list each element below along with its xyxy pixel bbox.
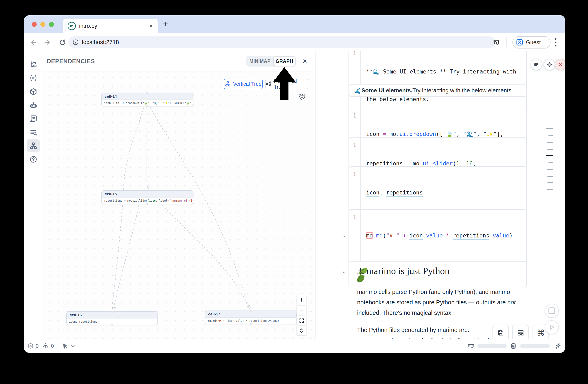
errors-count: 0: [36, 343, 39, 349]
warnings-count: 0: [51, 343, 54, 349]
graph-node-cell-16[interactable]: cell-16 icon, repetitions: [66, 311, 158, 325]
helper-sidebar: [24, 51, 42, 339]
shutdown-button[interactable]: ×: [555, 59, 565, 70]
section-paragraph: marimo cells parse Python (and only Pyth…: [357, 287, 519, 318]
node-code: icon = mo.ui.dropdown(["🍃", "🌊", "✨"], v…: [102, 100, 193, 106]
variables-icon[interactable]: [27, 71, 40, 85]
browser-tabstrip: m intro.py × +: [24, 15, 565, 33]
save-icon: [497, 329, 504, 336]
traffic-light-minimize[interactable]: [40, 22, 45, 27]
scratchpad-icon[interactable]: [27, 112, 40, 125]
packages-icon[interactable]: [27, 85, 40, 98]
browser-tab[interactable]: m intro.py ×: [63, 19, 158, 33]
node-title: cell-15: [102, 191, 193, 197]
cpu-progress-bar: [520, 344, 550, 348]
tab-graph[interactable]: GRAPH: [274, 57, 295, 66]
notebook-panel: 1 **🌊 Some UI elements.** Try interactin…: [315, 51, 565, 339]
help-icon[interactable]: [27, 153, 40, 166]
errors-icon[interactable]: [27, 343, 34, 349]
md-rest-text: Try interacting with the below elements.: [412, 87, 513, 94]
save-button[interactable]: [493, 325, 509, 339]
vertical-tree-label: Vertical Tree: [233, 81, 262, 87]
fit-view-button[interactable]: [296, 316, 307, 325]
logs-search-icon[interactable]: [27, 126, 40, 139]
autorun-chevron-icon[interactable]: [70, 343, 76, 349]
file-tree-icon[interactable]: [27, 58, 40, 71]
traffic-light-zoom[interactable]: [49, 22, 54, 27]
locate-button[interactable]: [296, 326, 307, 335]
cell-md-call[interactable]: 1 mo.md("# " + icon.value * repetitions.…: [349, 209, 527, 288]
url-bar[interactable]: localhost:2718: [68, 37, 495, 48]
horizontal-tree-icon: [266, 81, 271, 87]
graph-node-cell-15[interactable]: cell-15 repetitions = mo.ui.slider(1, 16…: [101, 190, 193, 204]
cell-minimap[interactable]: [546, 128, 553, 196]
fullscreen-icon: [299, 318, 304, 323]
back-icon[interactable]: [30, 39, 37, 46]
memory-progress-bar: [477, 344, 507, 348]
section-heading: 3. marimo is just Python: [357, 266, 449, 276]
md-bold-text: Some UI elements.: [361, 87, 412, 94]
search-tabs-icon[interactable]: [492, 38, 499, 45]
dependency-graph-icon[interactable]: [27, 139, 40, 152]
marimo-logo-icon: m: [68, 22, 76, 30]
stop-icon: [548, 307, 555, 314]
warnings-icon[interactable]: [42, 343, 49, 349]
code-line: icon, repetitions: [366, 188, 526, 197]
tab-minimap[interactable]: MINIMAP: [246, 58, 274, 64]
browser-window: m intro.py × + localhost:2718 Guest: [24, 15, 565, 353]
memory-icon[interactable]: [467, 343, 475, 349]
graph-edges: [42, 71, 315, 339]
paragraph-text: marimo cells parse Python (and only Pyth…: [357, 288, 510, 306]
section-collapse-chevron-icon[interactable]: ›: [341, 271, 348, 273]
graph-zoom-controls: + −: [296, 295, 306, 336]
toolbar-divider: [506, 38, 507, 47]
zoom-out-button[interactable]: −: [296, 306, 307, 315]
node-code: repetitions = mo.ui.slider(1, 16, label=…: [102, 197, 193, 204]
graph-settings-gear-icon[interactable]: [297, 92, 307, 102]
graph-node-cell-14[interactable]: cell-14 icon = mo.ui.dropdown(["🍃", "🌊",…: [101, 93, 193, 106]
menu-icon: [534, 62, 539, 67]
layout-icon: [517, 329, 524, 336]
location-pin-icon: [299, 328, 304, 333]
paragraph-text: included. There's no magical syntax.: [357, 309, 453, 316]
cell-markdown-output: 🌊 Some UI elements. Try interacting with…: [349, 84, 527, 97]
close-panel-icon[interactable]: ×: [300, 57, 309, 66]
dependencies-panel: DEPENDENCIES MINIMAP GRAPH ×: [42, 51, 315, 339]
reload-icon[interactable]: [59, 39, 66, 46]
line-number: 1: [349, 210, 360, 261]
node-title: cell-17: [205, 311, 296, 318]
tab-title: intro.py: [79, 23, 97, 29]
stop-button[interactable]: [545, 304, 559, 318]
paragraph-italic: not: [507, 299, 515, 306]
cursor-arrow-icon: [273, 67, 296, 100]
url-text: localhost:2718: [82, 39, 119, 45]
ai-sparkle-icon[interactable]: [554, 343, 561, 349]
graph-node-cell-17[interactable]: cell-17 mo.md("# " + icon.value * repeti…: [205, 310, 297, 324]
layout-button[interactable]: [512, 325, 529, 339]
forward-icon[interactable]: [44, 39, 51, 46]
collapse-chevron-icon[interactable]: ›: [341, 236, 348, 238]
code-line: **🌊 Some UI elements.** Try interacting …: [366, 67, 526, 76]
autorun-disabled-icon[interactable]: [62, 343, 68, 349]
app-content: DEPENDENCIES MINIMAP GRAPH ×: [24, 51, 565, 339]
ai-assistant-icon[interactable]: [27, 99, 40, 112]
cpu-icon[interactable]: [510, 343, 517, 349]
vertical-tree-button[interactable]: Vertical Tree: [224, 78, 263, 89]
zoom-in-button[interactable]: +: [296, 295, 307, 305]
new-tab-button[interactable]: +: [163, 19, 168, 29]
traffic-light-close[interactable]: [32, 22, 37, 27]
files-line: The Python files generated by marimo are…: [357, 327, 469, 333]
site-info-icon[interactable]: [73, 39, 79, 45]
panel-title: DEPENDENCIES: [47, 51, 95, 71]
profile-button[interactable]: Guest: [512, 36, 550, 49]
view-switcher: MINIMAP GRAPH: [246, 56, 296, 67]
run-button[interactable]: [545, 320, 559, 334]
wave-emoji: 🌊: [354, 87, 361, 94]
graph-canvas[interactable]: Vertical Tree Horizontal Tree cell-14 ic…: [42, 71, 315, 339]
node-code: mo.md("# " + icon.value * repetitions.va…: [205, 318, 296, 324]
notebook-settings-button[interactable]: [544, 59, 555, 70]
notebook-menu-button[interactable]: [531, 59, 542, 70]
status-bar: 0 0: [24, 339, 565, 353]
browser-menu-icon[interactable]: [555, 38, 556, 46]
tab-close-icon[interactable]: ×: [149, 22, 153, 29]
